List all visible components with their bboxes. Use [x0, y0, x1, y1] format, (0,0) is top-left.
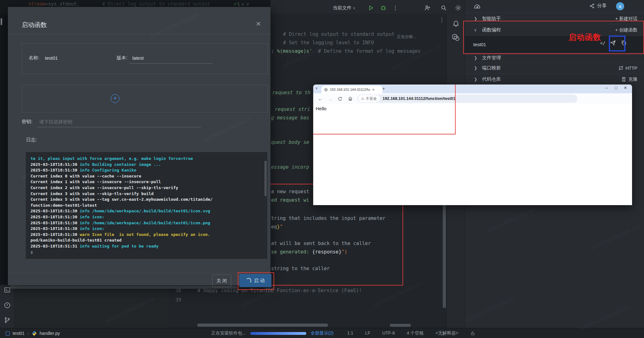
chevron-right-icon: ❯	[474, 66, 482, 70]
editor-vertical-scrollbar[interactable]	[443, 204, 446, 308]
close-button[interactable]: ✕	[621, 85, 630, 90]
scrollbar-segment[interactable]	[390, 324, 411, 327]
python-icon	[32, 331, 37, 336]
terminal-icon[interactable]	[4, 286, 11, 293]
spiral-icon	[452, 34, 460, 41]
notifications-button[interactable]	[452, 19, 460, 27]
log-line: 2025-03-18T18:51:30 warn Icon file is no…	[31, 232, 213, 238]
secret-select[interactable]: 请下拉选择密钥	[39, 119, 72, 125]
share-icon	[589, 3, 595, 9]
log-line: 2025-03-18T18:51:30 info icon:	[31, 226, 213, 232]
code-fragment: : %(message)s' # Define the format of lo…	[271, 48, 421, 54]
log-line: Current index 0 with value --cache --ins…	[31, 173, 213, 179]
maximize-button[interactable]: □	[611, 85, 621, 90]
code-fragment: g message bas	[271, 115, 309, 121]
invite-user-button[interactable]	[424, 4, 431, 11]
function-info-box	[22, 43, 268, 74]
panel-horizontal-scrollbar[interactable]	[197, 324, 328, 327]
status-bar: test01 › handler.py 正在安装软件包... 全部显示(2) 1…	[0, 328, 644, 338]
ide-root: stream=sys.stdout, # Direct log output t…	[0, 0, 644, 338]
debug-button[interactable]	[380, 4, 387, 11]
close-dialog-button[interactable]: 关 闭	[212, 275, 231, 287]
share-button[interactable]: 分享	[589, 3, 607, 9]
log-scrollbar[interactable]	[264, 161, 267, 196]
log-line: 2025-03-18T18:51:30 info /home/ide/works…	[31, 220, 213, 226]
chevron-down-icon: ∨	[353, 6, 355, 10]
name-label: 名称:	[29, 55, 39, 61]
eol-indicator[interactable]: LF	[365, 330, 370, 336]
avatar[interactable]: a	[616, 2, 624, 10]
ai-assistant-button[interactable]	[452, 34, 460, 41]
gear-icon	[455, 4, 462, 11]
run-target-dropdown[interactable]: 当前文件 ∨	[333, 4, 355, 11]
run-button[interactable]	[367, 4, 374, 11]
breadcrumb-file[interactable]: handler.py	[40, 331, 60, 336]
bug-icon	[380, 4, 387, 11]
http-blocked-icon	[618, 65, 624, 71]
annotation-red-box-function-section	[463, 21, 644, 54]
version-input[interactable]: latest	[132, 55, 144, 61]
search-button[interactable]	[440, 4, 447, 11]
minimize-button[interactable]: –	[602, 85, 611, 90]
name-value: test01	[45, 55, 58, 61]
log-line: Current index 5 with value --tag swr.cn-…	[31, 197, 213, 203]
chevron-right-icon: ❯	[474, 56, 482, 60]
editor-horizontal-scrollbar[interactable]	[10, 286, 237, 289]
line-number: 39	[169, 297, 181, 303]
log-label: 日志:	[26, 137, 37, 143]
version-label: 版本:	[117, 55, 127, 61]
code-fragment: quest body se	[271, 139, 309, 145]
annotation-red-box-browser	[313, 84, 456, 134]
ai-analyzing-hint: 正在分析...	[397, 34, 417, 40]
kebab-menu-icon: ⋮	[392, 4, 398, 11]
code-fragment: request stri	[275, 106, 310, 112]
person-add-icon	[424, 4, 431, 11]
encoding-indicator[interactable]: UTF-8	[382, 330, 395, 336]
git-branch-icon[interactable]	[4, 317, 11, 324]
window-controls: – □ ✕	[602, 85, 630, 90]
log-line: 2025-03-18T18:51:30 info icon:	[31, 214, 213, 220]
add-button[interactable]: +	[111, 94, 119, 103]
dialog-title: 启动函数	[22, 21, 47, 29]
repo-icon	[621, 77, 626, 82]
activity-indicator	[1, 18, 2, 25]
show-all-link[interactable]: 全部显示(2)	[311, 330, 334, 336]
chevron-right-icon: ❯	[474, 77, 482, 82]
lock-icon[interactable]	[470, 331, 475, 336]
launch-function-dialog: 启动函数 ✕ 名称: test01 版本: latest + 密钥: 请下拉选择…	[8, 7, 270, 285]
sidebar-item-file-manager[interactable]: ❯ 文件管理	[465, 53, 644, 63]
breadcrumb-separator: ›	[27, 331, 29, 336]
code-fragment: # Direct log output to standard output	[283, 31, 395, 37]
code-fragment: essage incorp	[271, 164, 309, 170]
log-line: 2025-03-18T18:51:30 info /home/ide/works…	[31, 208, 213, 214]
cursor-position[interactable]: 1:1	[347, 330, 353, 336]
workspace-icon	[6, 331, 10, 335]
editor-more-actions[interactable]: ⋮	[439, 16, 445, 23]
install-progress-bar	[250, 332, 306, 335]
installing-status: 正在安装软件包...	[211, 330, 246, 336]
indent-indicator[interactable]: 4 个空格	[407, 330, 424, 336]
sidebar-item-port-mapping[interactable]: ❯ 端口映射 HTTP	[465, 62, 644, 74]
log-line: ▯	[31, 249, 213, 255]
secret-underline	[37, 127, 201, 127]
log-line: te it, pleas input with force argument, …	[31, 156, 213, 162]
code-fragment: request to th	[272, 90, 310, 95]
breadcrumb-project[interactable]: test01	[13, 331, 25, 336]
bottom-panel	[0, 283, 169, 328]
log-line: Current index 3 with value --skip-tls-ve…	[31, 191, 213, 197]
log-output[interactable]: te it, pleas input with force argument, …	[26, 152, 267, 259]
play-icon	[367, 4, 374, 11]
dashboard-gauge-icon[interactable]	[473, 2, 481, 10]
interpreter-indicator[interactable]: <无解释器>	[436, 330, 458, 336]
info-icon[interactable]	[4, 302, 11, 309]
settings-button[interactable]	[455, 4, 462, 11]
log-line: Current index 1 with value --insecure --…	[31, 179, 213, 185]
clone-button[interactable]: 克隆	[621, 76, 637, 82]
http-toggle-button[interactable]: HTTP	[618, 65, 637, 71]
sidebar-item-code-repo[interactable]: ❯ 代码仓库 克隆	[465, 73, 644, 85]
code-fragment: # Set the logging level to INFO	[283, 40, 374, 46]
annotation-red-box-launch-button	[238, 272, 274, 290]
dialog-close-icon[interactable]: ✕	[256, 20, 261, 28]
more-actions-button[interactable]: ⋮	[392, 4, 398, 11]
log-line: pod/kaniko-build-build-test01 created	[31, 237, 213, 243]
